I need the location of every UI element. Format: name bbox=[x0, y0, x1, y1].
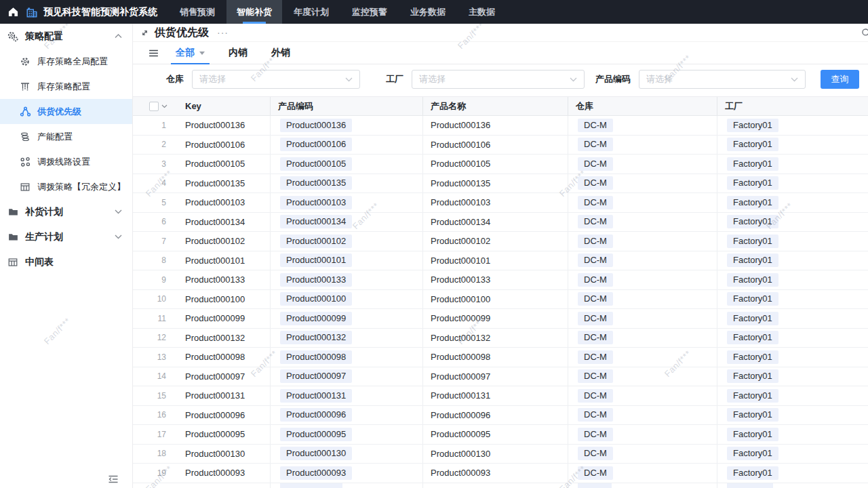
column-header-factory[interactable]: 工厂 bbox=[717, 97, 868, 115]
navbar-tab[interactable]: 年度计划 bbox=[282, 0, 340, 24]
view-tab[interactable]: 内销 bbox=[224, 42, 252, 64]
sidebar-item[interactable]: 补货计划 bbox=[0, 199, 132, 224]
sidebar-fold-button[interactable] bbox=[106, 474, 121, 485]
table-row[interactable]: 4Product000135Product000135Product000135… bbox=[133, 174, 868, 194]
factory-chip[interactable]: Factory01 bbox=[727, 119, 778, 132]
warehouse-chip[interactable]: DC-M bbox=[578, 312, 613, 325]
product-code-chip[interactable]: Product000134 bbox=[280, 215, 352, 228]
table-row[interactable]: 17Product000095Product000095Product00009… bbox=[133, 425, 868, 445]
table-row[interactable]: 1Product000136Product000136Product000136… bbox=[133, 116, 868, 136]
table-row[interactable]: 7Product000102Product000102Product000102… bbox=[133, 232, 868, 251]
sidebar-item[interactable]: 调拨策略【冗余定义】 bbox=[0, 174, 132, 199]
warehouse-chip[interactable]: DC-M bbox=[578, 447, 613, 460]
product-code-chip[interactable]: Product000136 bbox=[280, 119, 352, 132]
table-row[interactable]: 15Product000131Product000131Product00013… bbox=[133, 386, 868, 406]
table-row[interactable]: 12Product000132Product000132Product00013… bbox=[133, 329, 868, 348]
product-code-chip[interactable]: Product000105 bbox=[280, 157, 352, 171]
select-all-checkbox[interactable] bbox=[149, 102, 159, 111]
table-row[interactable]: 18Product000130Product000130Product00013… bbox=[133, 445, 868, 464]
navbar-tab[interactable]: 销售预测 bbox=[168, 0, 226, 24]
sidebar-item[interactable]: 中间表 bbox=[0, 249, 132, 274]
factory-chip[interactable]: Factory01 bbox=[727, 215, 778, 228]
factory-chip[interactable]: Factory01 bbox=[727, 466, 778, 480]
sidebar-item[interactable]: 供货优先级 bbox=[0, 99, 132, 124]
sidebar-item[interactable]: 产能配置 bbox=[0, 124, 132, 149]
product-code-select[interactable]: 请选择 bbox=[639, 70, 806, 89]
product-code-chip[interactable]: Product000099 bbox=[280, 312, 352, 325]
table-row[interactable]: 10Product000100Product000100Product00010… bbox=[133, 290, 868, 310]
column-header-warehouse[interactable]: 仓库 bbox=[568, 97, 717, 115]
expand-diagonal-icon[interactable] bbox=[139, 27, 150, 38]
table-row[interactable]: 16Product000096Product000096Product00009… bbox=[133, 406, 868, 426]
warehouse-chip[interactable]: DC-M bbox=[578, 389, 613, 403]
factory-chip[interactable]: Factory01 bbox=[727, 428, 778, 441]
table-row[interactable]: 6Product000134Product000134Product000134… bbox=[133, 213, 868, 232]
sidebar-item[interactable]: 调拨线路设置 bbox=[0, 149, 132, 174]
factory-chip[interactable]: Factory01 bbox=[727, 292, 778, 306]
more-menu-button[interactable]: ··· bbox=[217, 29, 229, 36]
factory-chip[interactable]: Factory01 bbox=[727, 369, 778, 383]
warehouse-select[interactable]: 请选择 bbox=[192, 70, 360, 89]
table-row[interactable]: 8Product000101Product000101Product000101… bbox=[133, 251, 868, 271]
product-code-chip[interactable]: Product000130 bbox=[280, 447, 352, 460]
home-button[interactable] bbox=[0, 0, 26, 24]
column-header-product-code[interactable]: 产品编码 bbox=[270, 97, 422, 115]
table-row[interactable]: 11Product000099Product000099Product00009… bbox=[133, 309, 868, 329]
table-row[interactable]: 5Product000103Product000103Product000103… bbox=[133, 193, 868, 213]
warehouse-chip[interactable]: DC-M bbox=[578, 331, 613, 344]
table-row[interactable]: 3Product000105Product000105Product000105… bbox=[133, 155, 868, 174]
view-tab[interactable]: 外销 bbox=[267, 42, 295, 64]
navbar-tab[interactable]: 监控预警 bbox=[340, 0, 399, 24]
factory-chip[interactable]: Factory01 bbox=[727, 196, 778, 209]
hamburger-icon[interactable] bbox=[148, 47, 159, 59]
factory-chip[interactable]: Factory01 bbox=[727, 235, 778, 248]
navbar-tab[interactable]: 业务数据 bbox=[399, 0, 457, 24]
factory-chip[interactable]: Factory01 bbox=[727, 389, 778, 403]
warehouse-chip[interactable]: DC-M bbox=[578, 176, 613, 190]
table-row[interactable]: 14Product000097Product000097Product00009… bbox=[133, 367, 868, 387]
factory-chip[interactable]: Factory01 bbox=[727, 253, 778, 267]
product-code-chip[interactable]: Product000103 bbox=[280, 196, 352, 209]
selection-menu-chevron-icon[interactable] bbox=[161, 104, 167, 108]
search-icon[interactable] bbox=[861, 27, 868, 39]
warehouse-chip[interactable]: DC-M bbox=[578, 292, 613, 306]
product-code-chip[interactable]: Product000098 bbox=[280, 350, 352, 364]
warehouse-chip[interactable]: DC-M bbox=[578, 138, 613, 151]
column-header-product-name[interactable]: 产品名称 bbox=[422, 97, 568, 115]
factory-chip[interactable]: Factory01 bbox=[727, 331, 778, 344]
table-row[interactable]: 9Product000133Product000133Product000133… bbox=[133, 270, 868, 290]
product-code-chip[interactable]: Product000101 bbox=[280, 253, 352, 267]
product-code-chip[interactable]: Product000102 bbox=[280, 235, 352, 248]
table-row[interactable]: 2Product000106Product000106Product000106… bbox=[133, 136, 868, 155]
factory-chip[interactable]: Factory01 bbox=[727, 273, 778, 287]
warehouse-chip[interactable]: DC-M bbox=[578, 215, 613, 228]
warehouse-chip[interactable]: DC-M bbox=[578, 428, 613, 441]
warehouse-chip[interactable]: DC-M bbox=[578, 235, 613, 248]
sidebar-item[interactable]: 生产计划 bbox=[0, 224, 132, 249]
warehouse-chip[interactable]: DC-M bbox=[578, 273, 613, 287]
search-button[interactable]: 查询 bbox=[821, 70, 859, 89]
sidebar-item[interactable]: 库存策略全局配置 bbox=[0, 49, 132, 74]
product-code-chip[interactable]: Product000097 bbox=[280, 369, 352, 383]
product-code-chip[interactable]: Product000106 bbox=[280, 138, 352, 151]
factory-chip[interactable]: Factory01 bbox=[727, 157, 778, 171]
factory-select[interactable]: 请选择 bbox=[412, 70, 585, 89]
warehouse-chip[interactable]: DC-M bbox=[578, 466, 613, 480]
table-row[interactable]: 13Product000098Product000098Product00009… bbox=[133, 348, 868, 367]
factory-chip[interactable]: Factory01 bbox=[727, 350, 778, 364]
product-code-chip[interactable]: Product000095 bbox=[280, 428, 352, 441]
view-tab[interactable]: 全部 bbox=[171, 42, 210, 64]
navbar-tab[interactable]: 智能补货 bbox=[226, 0, 282, 24]
product-code-chip[interactable]: Product000093 bbox=[280, 466, 352, 480]
sidebar-item[interactable]: 策略配置 bbox=[0, 24, 132, 49]
warehouse-chip[interactable]: DC-M bbox=[578, 369, 613, 383]
product-code-chip[interactable]: Product000096 bbox=[280, 408, 352, 422]
product-code-chip[interactable]: Product000135 bbox=[280, 176, 352, 190]
table-row[interactable]: 19Product000093Product000093Product00009… bbox=[133, 464, 868, 483]
warehouse-chip[interactable]: DC-M bbox=[578, 157, 613, 171]
factory-chip[interactable]: Factory01 bbox=[727, 447, 778, 460]
warehouse-chip[interactable]: DC-M bbox=[578, 253, 613, 267]
factory-chip[interactable]: Factory01 bbox=[727, 312, 778, 325]
product-code-chip[interactable]: Product000131 bbox=[280, 389, 352, 403]
sidebar-item[interactable]: 库存策略配置 bbox=[0, 74, 132, 99]
